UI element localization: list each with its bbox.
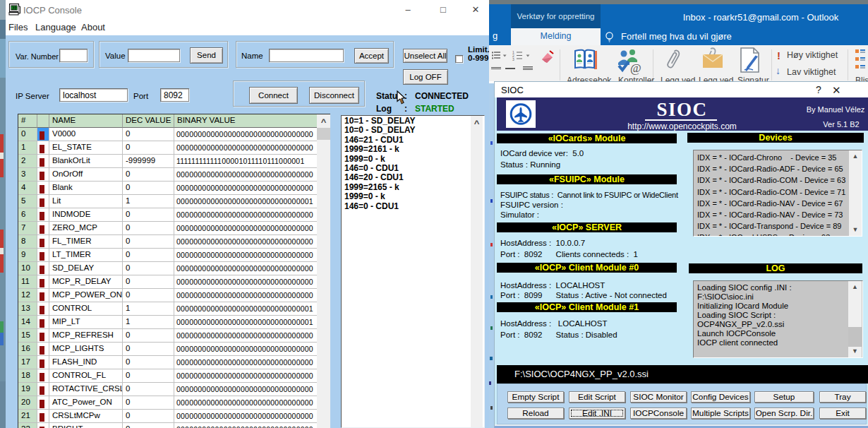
svg-text:@: @ xyxy=(630,61,641,75)
svg-text:3: 3 xyxy=(512,57,514,61)
